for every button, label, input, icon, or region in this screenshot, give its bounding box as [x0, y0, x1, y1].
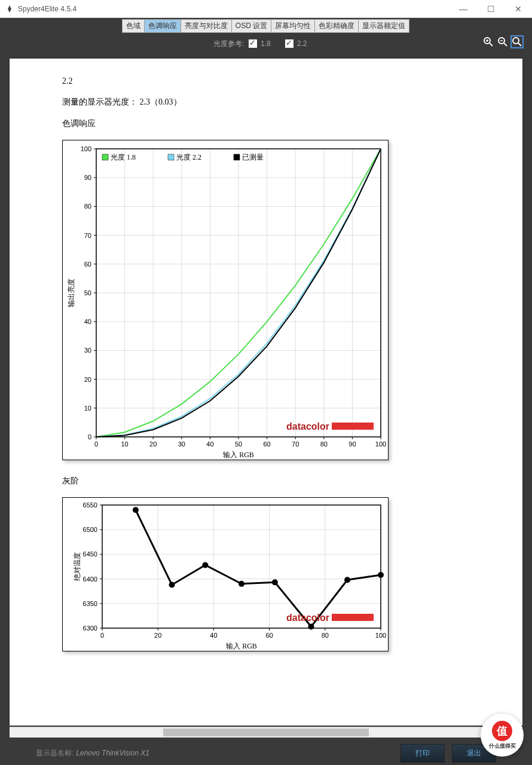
- svg-text:输出亮度: 输出亮度: [67, 279, 75, 307]
- heading-gamma: 2.2: [62, 76, 522, 86]
- svg-text:光度 1.8: 光度 1.8: [111, 153, 136, 161]
- svg-rect-84: [332, 423, 374, 430]
- svg-text:40: 40: [210, 632, 217, 639]
- svg-text:20: 20: [149, 440, 157, 448]
- tab-uniformity[interactable]: 屏幕均匀性: [271, 19, 315, 33]
- svg-point-125: [202, 562, 208, 568]
- report-page: 2.2 测量的显示器光度： 2.3（0.03） 色调响应 01020304050…: [10, 59, 522, 651]
- svg-text:0: 0: [94, 440, 98, 448]
- maximize-button[interactable]: ☐: [477, 0, 505, 18]
- svg-text:0: 0: [100, 632, 104, 639]
- svg-point-123: [133, 507, 139, 513]
- measured-gamma-line: 测量的显示器光度： 2.3（0.03）: [62, 97, 522, 108]
- svg-text:已测量: 已测量: [242, 153, 264, 161]
- window-titlebar: Spyder4Elite 4.5.4 — ☐ ✕: [0, 0, 532, 18]
- svg-text:datacolor: datacolor: [286, 613, 329, 623]
- svg-text:6300: 6300: [83, 625, 97, 632]
- smzdm-text: 什么值得买: [489, 742, 516, 750]
- scrollbar-thumb[interactable]: [163, 729, 368, 736]
- tab-brightness-contrast[interactable]: 亮度与对比度: [181, 19, 232, 33]
- svg-text:20: 20: [84, 376, 91, 383]
- checkbox-gamma-2-2[interactable]: [285, 39, 293, 48]
- monitor-label: 显示器名称:: [36, 748, 74, 758]
- svg-text:50: 50: [84, 289, 91, 296]
- tab-gamut[interactable]: 色域: [122, 19, 145, 33]
- svg-rect-80: [234, 154, 240, 160]
- svg-text:70: 70: [84, 232, 91, 239]
- svg-text:绝对温度: 绝对温度: [73, 552, 81, 581]
- svg-text:100: 100: [375, 440, 386, 448]
- svg-text:6500: 6500: [83, 526, 97, 533]
- tabs-row: 色域 色调响应 亮度与对比度 OSD 设置 屏幕均匀性 色彩精确度 显示器额定值: [0, 18, 532, 33]
- svg-rect-76: [102, 154, 108, 160]
- section-tone-response-title: 色调响应: [62, 118, 522, 129]
- svg-text:100: 100: [81, 145, 91, 152]
- svg-text:10: 10: [84, 405, 91, 412]
- gamma-2-2-value: 2.2: [297, 39, 307, 48]
- content-area: 2.2 测量的显示器光度： 2.3（0.03） 色调响应 01020304050…: [10, 59, 522, 726]
- svg-point-128: [308, 624, 314, 630]
- tab-osd-settings[interactable]: OSD 设置: [231, 19, 271, 33]
- svg-text:0: 0: [88, 433, 91, 440]
- svg-point-129: [344, 577, 350, 583]
- svg-text:50: 50: [235, 440, 242, 448]
- svg-text:60: 60: [265, 632, 273, 639]
- svg-text:输入 RGB: 输入 RGB: [223, 451, 254, 459]
- smzdm-icon: 值: [492, 721, 512, 741]
- monitor-name: Lenovo ThinkVision X1: [76, 749, 149, 757]
- tab-color-accuracy[interactable]: 色彩精确度: [314, 19, 359, 33]
- svg-text:20: 20: [154, 632, 161, 639]
- zoom-in-button[interactable]: [482, 35, 495, 48]
- svg-point-7: [513, 38, 519, 44]
- gamma-ref-label: 光度参考:: [213, 39, 244, 49]
- svg-text:6350: 6350: [83, 600, 97, 607]
- svg-text:60: 60: [263, 440, 270, 448]
- svg-line-5: [504, 43, 507, 46]
- gamma-1-8-value: 1.8: [261, 39, 271, 48]
- tab-tone-response[interactable]: 色调响应: [144, 19, 181, 33]
- svg-text:30: 30: [84, 347, 91, 354]
- svg-text:10: 10: [121, 440, 128, 448]
- svg-point-126: [239, 581, 244, 587]
- svg-text:100: 100: [375, 632, 386, 639]
- svg-line-1: [490, 43, 493, 46]
- smzdm-watermark: 值 什么值得买: [481, 714, 524, 757]
- svg-text:6400: 6400: [83, 576, 97, 583]
- svg-point-124: [169, 582, 175, 587]
- svg-text:80: 80: [322, 632, 329, 639]
- print-button[interactable]: 打印: [400, 744, 445, 763]
- svg-point-127: [272, 579, 278, 585]
- svg-text:40: 40: [206, 440, 213, 448]
- svg-rect-133: [332, 614, 374, 621]
- svg-text:80: 80: [84, 203, 91, 210]
- svg-point-130: [378, 572, 384, 578]
- zoom-fit-button[interactable]: [510, 35, 524, 48]
- svg-rect-122: [102, 505, 381, 628]
- zoom-out-button[interactable]: [496, 35, 509, 48]
- svg-text:输入 RGB: 输入 RGB: [226, 642, 257, 650]
- svg-text:6550: 6550: [83, 501, 97, 509]
- svg-text:光度 2.2: 光度 2.2: [176, 153, 201, 161]
- tone-response-chart: 0102030405060708090100010203040506070809…: [62, 140, 389, 460]
- svg-text:90: 90: [84, 174, 91, 181]
- app-body: 色域 色调响应 亮度与对比度 OSD 设置 屏幕均匀性 色彩精确度 显示器额定值…: [0, 18, 532, 765]
- section-grayscale-title: 灰阶: [62, 476, 522, 486]
- close-button[interactable]: ✕: [505, 0, 532, 18]
- horizontal-scrollbar[interactable]: [10, 727, 522, 738]
- svg-text:30: 30: [178, 440, 185, 448]
- grayscale-chart: 020406080100630063506400645065006550输入 R…: [62, 497, 389, 651]
- minimize-button[interactable]: —: [450, 0, 477, 18]
- svg-text:6450: 6450: [83, 550, 97, 558]
- app-icon: [5, 4, 14, 14]
- footer: 显示器名称: Lenovo ThinkVision X1 打印 退出: [0, 741, 532, 765]
- checkbox-gamma-1-8[interactable]: [249, 39, 257, 48]
- toolbar: 光度参考: 1.8 2.2: [0, 35, 532, 52]
- svg-text:90: 90: [348, 440, 356, 448]
- svg-text:80: 80: [320, 440, 328, 448]
- svg-text:70: 70: [292, 440, 299, 448]
- svg-text:40: 40: [84, 318, 91, 325]
- svg-rect-78: [168, 154, 174, 160]
- svg-text:datacolor: datacolor: [286, 421, 329, 432]
- tab-monitor-rating[interactable]: 显示器额定值: [358, 19, 409, 33]
- svg-text:60: 60: [84, 261, 91, 268]
